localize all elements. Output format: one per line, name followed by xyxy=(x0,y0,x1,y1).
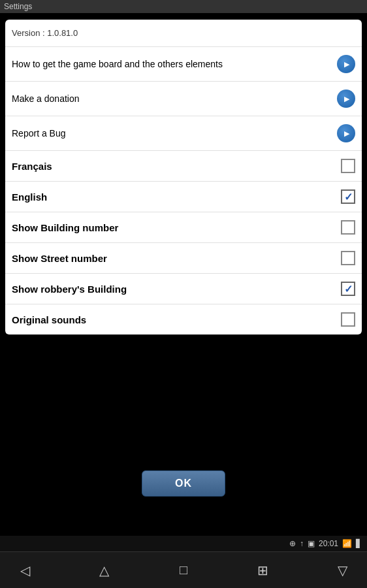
settings-label-francais: Français xyxy=(12,161,341,172)
title-label: Settings xyxy=(4,2,32,11)
settings-row-original-sounds[interactable]: Original sounds xyxy=(5,304,362,335)
settings-row-english[interactable]: English xyxy=(5,182,362,212)
screenshot-icon: ▣ xyxy=(308,539,315,548)
settings-row-version: Version : 1.0.81.0 xyxy=(5,20,362,47)
checkbox-francais[interactable] xyxy=(341,159,355,173)
settings-row-make-donation[interactable]: Make a donation xyxy=(5,82,362,116)
arrow-btn-how-to-get[interactable] xyxy=(337,55,355,73)
settings-row-report-bug[interactable]: Report a Bug xyxy=(5,116,362,151)
arrow-btn-make-donation[interactable] xyxy=(337,90,355,108)
settings-label-show-street-number: Show Street number xyxy=(12,253,341,264)
settings-label-english: English xyxy=(12,191,341,203)
menu-button[interactable]: ⊞ xyxy=(251,559,275,582)
settings-row-show-robbery-building[interactable]: Show robbery's Building xyxy=(5,274,362,304)
home-button[interactable]: △ xyxy=(93,559,116,582)
settings-row-show-street-number[interactable]: Show Street number xyxy=(5,243,362,274)
arrow-btn-report-bug[interactable] xyxy=(337,124,355,142)
settings-label-show-building-number: Show Building number xyxy=(12,222,341,233)
signal-up-icon: ↑ xyxy=(300,539,304,548)
ok-button-container: OK xyxy=(142,470,225,497)
back-button[interactable]: ◁ xyxy=(13,559,37,582)
down-button[interactable]: ▽ xyxy=(330,559,354,582)
settings-card: Version : 1.0.81.0How to get the game bo… xyxy=(5,20,362,335)
title-bar: Settings xyxy=(0,0,367,13)
settings-label-original-sounds: Original sounds xyxy=(12,314,341,325)
signal-bars-icon: ▋ xyxy=(356,539,362,548)
nav-bar: ◁ △ □ ⊞ ▽ xyxy=(0,551,367,588)
settings-label-show-robbery-building: Show robbery's Building xyxy=(12,284,341,295)
checkbox-original-sounds[interactable] xyxy=(341,312,355,327)
settings-row-francais[interactable]: Français xyxy=(5,151,362,182)
wifi-icon: 📶 xyxy=(342,539,352,548)
settings-label-how-to-get: How to get the game board and the others… xyxy=(12,59,337,69)
settings-label-make-donation: Make a donation xyxy=(12,93,337,104)
time-display: 20:01 xyxy=(319,539,338,548)
checkbox-show-robbery-building[interactable] xyxy=(341,282,355,296)
settings-label-version: Version : 1.0.81.0 xyxy=(12,28,355,38)
recent-apps-button[interactable]: □ xyxy=(172,559,195,582)
settings-row-how-to-get[interactable]: How to get the game board and the others… xyxy=(5,47,362,82)
checkbox-english[interactable] xyxy=(341,189,355,204)
settings-row-show-building-number[interactable]: Show Building number xyxy=(5,212,362,243)
checkbox-show-building-number[interactable] xyxy=(341,220,355,235)
ok-button[interactable]: OK xyxy=(142,470,225,497)
settings-label-report-bug: Report a Bug xyxy=(12,128,337,139)
status-bar: ⊕ ↑ ▣ 20:01 📶 ▋ xyxy=(0,536,367,551)
battery-icon: ⊕ xyxy=(289,539,296,548)
checkbox-show-street-number[interactable] xyxy=(341,251,355,265)
